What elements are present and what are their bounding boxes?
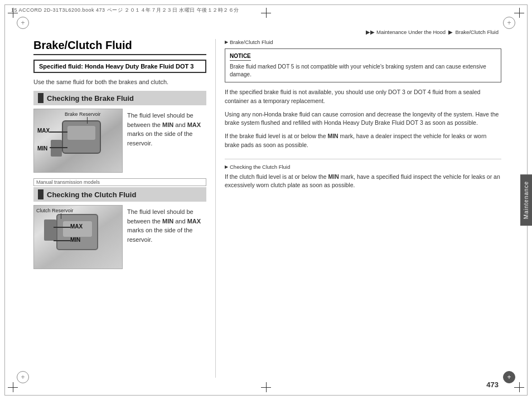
right-column: Brake/Clutch Fluid NOTICE Brake fluid ma… bbox=[215, 39, 501, 378]
clutch-body-text: The fluid level should be between the MI… bbox=[127, 205, 206, 269]
breadcrumb-separator: ▶ bbox=[448, 29, 453, 35]
circle-decoration-br bbox=[503, 371, 515, 383]
left-column: Brake/Clutch Fluid Specified fluid: Hond… bbox=[33, 39, 206, 378]
clutch-section-header: Checking the Clutch Fluid bbox=[33, 187, 206, 202]
crosshair-top-center bbox=[261, 8, 271, 18]
page-number: 473 bbox=[486, 381, 499, 389]
circle-decoration-tl bbox=[17, 17, 29, 29]
content-area: Brake/Clutch Fluid Specified fluid: Hond… bbox=[33, 39, 501, 378]
breadcrumb-part2: Brake/Clutch Fluid bbox=[455, 29, 499, 35]
brake-section-header: Checking the Brake Fluid bbox=[33, 91, 206, 105]
specified-fluid-box: Specified fluid: Honda Heavy Duty Brake … bbox=[33, 60, 206, 73]
breadcrumb-prefix: ▶▶ bbox=[366, 29, 375, 35]
section-black-bar bbox=[38, 93, 43, 103]
rc-para2: Using any non-Honda brake fluid can caus… bbox=[225, 110, 501, 128]
clutch-fluid-image: MAX MIN Clutch Reservoir bbox=[33, 205, 123, 269]
brake-reservoir-label: Brake Reservoir bbox=[65, 111, 101, 117]
section-divider bbox=[225, 159, 501, 159]
rc-para4: If the clutch fluid level is at or below… bbox=[225, 173, 501, 191]
notice-label: NOTICE bbox=[230, 53, 251, 61]
crosshair-top-right bbox=[514, 8, 524, 18]
breadcrumb-part1: Maintenance Under the Hood bbox=[376, 29, 446, 35]
clutch-min-label: MIN bbox=[70, 237, 80, 243]
brake-body-text: The fluid level should be between the MI… bbox=[127, 109, 206, 173]
rc-para3-bold: MIN bbox=[327, 133, 338, 139]
crosshair-bottom-right bbox=[514, 382, 524, 392]
intro-text: Use the same fluid for both the brakes a… bbox=[33, 79, 206, 85]
brake-max-label: MAX bbox=[37, 128, 50, 134]
rc-para3: If the brake fluid level is at or below … bbox=[225, 132, 501, 150]
manual-transmission-tag: Manual transmission models bbox=[33, 178, 206, 186]
circle-decoration-bl bbox=[17, 371, 29, 383]
rc-para4-prefix: If the clutch fluid level is at or below… bbox=[225, 173, 328, 180]
rc-para4-bold: MIN bbox=[328, 173, 339, 180]
maintenance-tab: Maintenance bbox=[520, 174, 532, 226]
clutch-reservoir-label: Clutch Reservoir bbox=[36, 208, 74, 213]
clutch-section-black-bar bbox=[38, 189, 43, 199]
rc-brake-clutch-label: Brake/Clutch Fluid bbox=[225, 39, 501, 45]
crosshair-bottom-center bbox=[261, 382, 271, 392]
page-title: Brake/Clutch Fluid bbox=[33, 39, 206, 55]
brake-min-label: MIN bbox=[37, 145, 47, 152]
file-info: 15 ACCORD 2D-31T3L6200.book 473 ページ ２０１４… bbox=[11, 7, 239, 14]
rc-para1: If the specified brake fluid is not avai… bbox=[225, 88, 501, 106]
clutch-section-title: Checking the Clutch Fluid bbox=[47, 191, 136, 199]
circle-decoration-tr bbox=[503, 17, 515, 29]
notice-box: NOTICE Brake fluid marked DOT 5 is not c… bbox=[225, 48, 501, 82]
crosshair-top-left bbox=[8, 8, 18, 18]
rc-para3-prefix: If the brake fluid level is at or below … bbox=[225, 133, 327, 139]
clutch-max-label: MAX bbox=[70, 223, 83, 230]
rc-clutch-sub-label: Checking the Clutch Fluid bbox=[225, 164, 501, 170]
crosshair-bottom-left bbox=[8, 382, 18, 392]
notice-text: Brake fluid marked DOT 5 is not compatib… bbox=[230, 63, 496, 79]
brake-fluid-image: MAX MIN Brake Reservoir bbox=[33, 109, 123, 173]
brake-section-title: Checking the Brake Fluid bbox=[47, 94, 134, 103]
breadcrumb: ▶▶ Maintenance Under the Hood ▶ Brake/Cl… bbox=[366, 29, 499, 35]
